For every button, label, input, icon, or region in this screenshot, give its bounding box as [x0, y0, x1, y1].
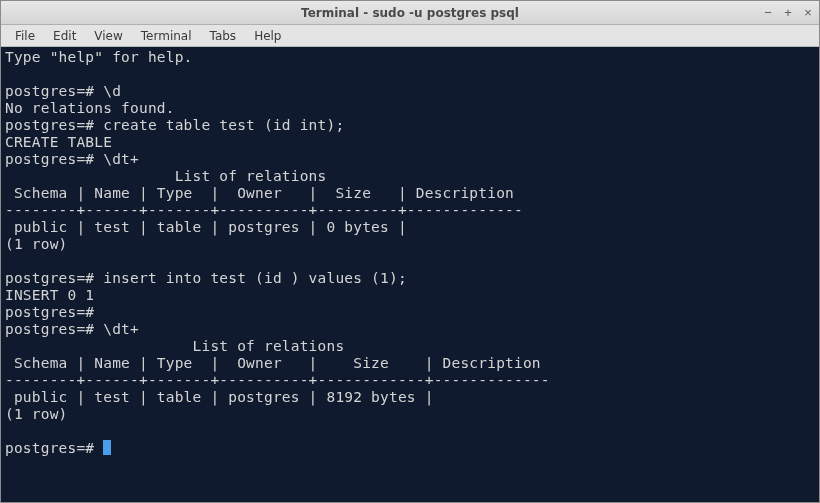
terminal-line: postgres=# create table test (id int);: [5, 117, 344, 133]
terminal-window: Terminal - sudo -u postgres psql − + × F…: [0, 0, 820, 503]
menu-terminal[interactable]: Terminal: [133, 27, 200, 45]
terminal-prompt: postgres=#: [5, 440, 103, 456]
terminal-line: postgres=# \dt+: [5, 321, 139, 337]
terminal-output[interactable]: Type "help" for help. postgres=# \d No r…: [1, 47, 819, 502]
menubar: File Edit View Terminal Tabs Help: [1, 25, 819, 47]
terminal-line: Schema | Name | Type | Owner | Size | De…: [5, 355, 550, 371]
maximize-button[interactable]: +: [781, 6, 795, 20]
close-button[interactable]: ×: [801, 6, 815, 20]
terminal-line: --------+------+-------+----------+-----…: [5, 202, 523, 218]
terminal-line: --------+------+-------+----------+-----…: [5, 372, 550, 388]
terminal-line: CREATE TABLE: [5, 134, 112, 150]
terminal-line: List of relations: [5, 338, 344, 354]
terminal-line: postgres=# insert into test (id ) values…: [5, 270, 407, 286]
window-title: Terminal - sudo -u postgres psql: [301, 6, 519, 20]
terminal-line: (1 row): [5, 406, 68, 422]
menu-file[interactable]: File: [7, 27, 43, 45]
terminal-line: postgres=# \dt+: [5, 151, 139, 167]
menu-edit[interactable]: Edit: [45, 27, 84, 45]
terminal-line: Type "help" for help.: [5, 49, 193, 65]
terminal-line: (1 row): [5, 236, 68, 252]
terminal-line: INSERT 0 1: [5, 287, 94, 303]
terminal-line: List of relations: [5, 168, 326, 184]
terminal-line: public | test | table | postgres | 8192 …: [5, 389, 443, 405]
menu-help[interactable]: Help: [246, 27, 289, 45]
window-controls: − + ×: [761, 6, 815, 20]
menu-tabs[interactable]: Tabs: [202, 27, 245, 45]
terminal-line: postgres=# \d: [5, 83, 121, 99]
menu-view[interactable]: View: [86, 27, 130, 45]
terminal-line: postgres=#: [5, 304, 103, 320]
cursor-icon: [103, 440, 111, 455]
terminal-line: public | test | table | postgres | 0 byt…: [5, 219, 416, 235]
terminal-line: Schema | Name | Type | Owner | Size | De…: [5, 185, 523, 201]
minimize-button[interactable]: −: [761, 6, 775, 20]
titlebar: Terminal - sudo -u postgres psql − + ×: [1, 1, 819, 25]
terminal-line: No relations found.: [5, 100, 175, 116]
